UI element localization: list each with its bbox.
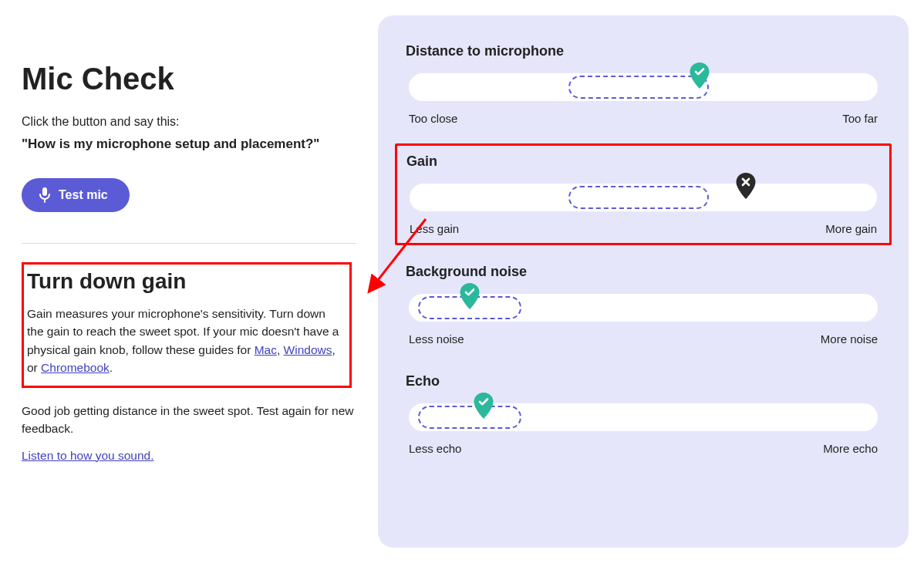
meters-panel: Distance to microphone Too close Too far… [378, 15, 909, 548]
meter-gain-left-label: Less gain [410, 222, 459, 235]
advice-body-end: . [110, 361, 113, 374]
meter-distance: Distance to microphone Too close Too far [406, 43, 881, 125]
advice-heading: Turn down gain [27, 269, 342, 294]
chromebook-link[interactable]: Chromebook [41, 361, 110, 374]
advice-highlight-box: Turn down gain Gain measures your microp… [22, 262, 352, 388]
test-mic-label: Test mic [59, 188, 108, 202]
meter-distance-right-label: Too far [842, 112, 878, 125]
meter-gain-sweet-zone [568, 186, 709, 209]
meter-gain-highlight: Gain Less gain More gain [395, 143, 892, 245]
divider [22, 243, 356, 244]
windows-link[interactable]: Windows [284, 343, 332, 356]
meter-distance-title: Distance to microphone [406, 43, 881, 59]
meter-echo-track [409, 403, 878, 431]
meter-gain-right-label: More gain [825, 222, 877, 235]
listen-link[interactable]: Listen to how you sound. [22, 449, 153, 463]
meter-echo-right-label: More echo [823, 442, 878, 455]
test-mic-button[interactable]: Test mic [22, 178, 130, 212]
meter-noise-pin [459, 283, 481, 311]
meter-echo-left-label: Less echo [409, 442, 461, 455]
meter-echo-title: Echo [406, 373, 881, 389]
meter-echo-pin [473, 393, 494, 420]
microphone-icon [39, 187, 51, 203]
meter-noise-title: Background noise [406, 264, 881, 280]
meter-gain-track [410, 184, 877, 211]
left-column: Mic Check Click the button and say this:… [0, 0, 378, 563]
instruction-text: Click the button and say this: [22, 115, 356, 129]
page-title: Mic Check [22, 62, 356, 96]
meter-noise: Background noise Less noise More noise [406, 264, 881, 346]
mac-link[interactable]: Mac [255, 343, 277, 356]
meter-gain-pin [735, 173, 757, 201]
advice-body: Gain measures your microphone's sensitiv… [27, 305, 342, 376]
meter-distance-pin [689, 62, 710, 90]
advice-sep1: , [277, 343, 284, 356]
meter-distance-sweet-zone [568, 76, 709, 99]
meter-echo-sweet-zone [418, 406, 521, 429]
meter-gain-title: Gain [406, 153, 880, 170]
secondary-feedback: Good job getting distance in the sweet s… [22, 402, 356, 438]
meter-noise-left-label: Less noise [409, 332, 464, 346]
meter-distance-left-label: Too close [409, 112, 457, 125]
meter-distance-track [409, 73, 878, 101]
meter-noise-right-label: More noise [821, 332, 878, 346]
svg-rect-0 [42, 187, 47, 196]
meter-noise-track [409, 294, 878, 322]
prompt-phrase: "How is my microphone setup and placemen… [22, 137, 356, 152]
meter-echo: Echo Less echo More echo [406, 373, 881, 455]
